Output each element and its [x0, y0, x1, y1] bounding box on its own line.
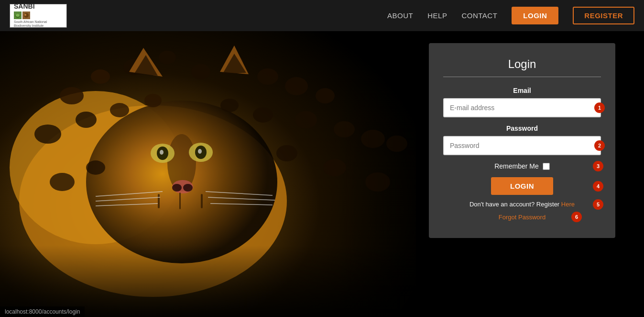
register-text: Don't have an account? Register — [469, 201, 561, 208]
svg-point-44 — [183, 184, 193, 192]
remember-checkbox[interactable] — [543, 163, 550, 170]
svg-point-19 — [316, 88, 335, 103]
svg-point-20 — [34, 125, 61, 144]
login-nav-button[interactable]: LOGIN — [512, 7, 558, 24]
navbar: SANBI South African National Biodiversit… — [0, 0, 644, 31]
svg-point-26 — [295, 111, 317, 128]
remember-label: Remember Me — [494, 162, 539, 170]
register-here-link[interactable]: Here — [561, 201, 575, 208]
email-field-wrapper: 1 — [443, 98, 601, 117]
svg-rect-47 — [201, 194, 203, 208]
svg-rect-45 — [158, 194, 160, 208]
svg-point-22 — [110, 103, 129, 117]
nav-contact[interactable]: CONTACT — [461, 11, 497, 20]
svg-point-14 — [159, 51, 176, 64]
password-field-wrapper: 2 — [443, 136, 601, 155]
nav-about[interactable]: ABOUT — [387, 11, 413, 20]
email-badge: 1 — [594, 102, 605, 113]
svg-point-30 — [86, 160, 105, 175]
forgot-password-row: Forgot Password 6 — [443, 213, 601, 221]
password-input[interactable] — [443, 136, 601, 155]
login-title: Login — [443, 57, 601, 71]
svg-point-40 — [160, 150, 164, 155]
login-divider — [443, 77, 601, 77]
email-label: Email — [443, 87, 601, 94]
logo-subtitle: South African National Biodiversity Inst… — [14, 20, 63, 28]
remember-me-row: Remember Me 3 — [443, 162, 601, 170]
svg-point-17 — [257, 68, 278, 85]
logo-title: SANBI — [14, 3, 63, 10]
login-button-row: LOGIN 4 — [443, 177, 601, 195]
svg-point-2 — [16, 14, 20, 17]
svg-point-18 — [285, 77, 308, 95]
logo-icon-2 — [22, 11, 30, 19]
svg-point-15 — [191, 64, 210, 79]
password-badge: 2 — [594, 140, 605, 151]
svg-point-11 — [60, 87, 84, 104]
forgot-badge: 6 — [571, 212, 582, 222]
svg-point-41 — [198, 149, 202, 154]
forgot-password-link[interactable]: Forgot Password — [499, 214, 546, 221]
status-bar: localhost:8000/accounts/login — [0, 306, 85, 317]
svg-point-23 — [144, 94, 162, 107]
password-label: Password — [443, 125, 601, 132]
email-input[interactable] — [443, 98, 601, 117]
svg-point-31 — [276, 145, 297, 161]
register-badge: 5 — [593, 199, 603, 210]
svg-point-5 — [24, 14, 26, 16]
logo[interactable]: SANBI South African National Biodiversit… — [10, 4, 67, 28]
svg-point-25 — [253, 107, 273, 123]
login-badge: 4 — [593, 181, 603, 192]
svg-point-21 — [76, 112, 97, 128]
svg-point-24 — [220, 99, 239, 112]
svg-point-43 — [172, 184, 182, 192]
status-url: localhost:8000/accounts/login — [5, 308, 80, 315]
svg-rect-59 — [0, 245, 644, 317]
nav-help[interactable]: HELP — [427, 11, 447, 20]
register-row: Don't have an account? Register Here 5 — [443, 201, 601, 208]
remember-badge: 3 — [593, 161, 603, 171]
login-submit-button[interactable]: LOGIN — [491, 177, 553, 195]
login-card: Login Email 1 Password 2 Remember Me 3 L… — [429, 43, 615, 238]
nav-links: ABOUT HELP CONTACT LOGIN REGISTER — [387, 7, 634, 24]
svg-rect-46 — [179, 192, 181, 209]
register-nav-button[interactable]: REGISTER — [573, 7, 634, 24]
svg-point-29 — [50, 173, 75, 191]
logo-icon-1 — [14, 11, 22, 19]
svg-point-12 — [91, 69, 110, 84]
